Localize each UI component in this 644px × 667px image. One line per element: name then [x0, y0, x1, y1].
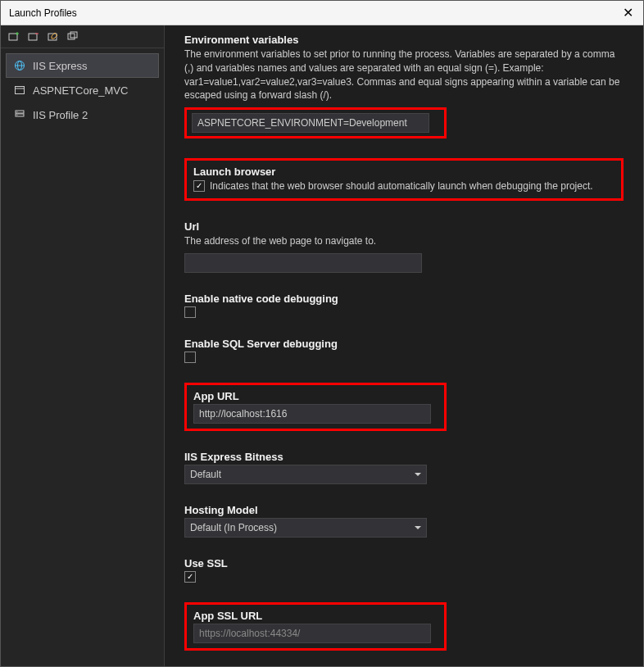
env-desc: The environment variables to set prior t… [184, 48, 624, 102]
launch-browser-desc: Indicates that the web browser should au… [210, 179, 593, 193]
highlight-env [184, 107, 447, 138]
chevron-down-icon [415, 473, 421, 476]
globe-icon [13, 59, 26, 72]
bitness-select[interactable]: Default [184, 465, 427, 484]
app-ssl-url-label: App SSL URL [193, 610, 438, 622]
setting-native-debug: Enable native code debugging [184, 293, 624, 318]
app-ssl-url-input[interactable] [193, 624, 431, 643]
setting-environment-variables: Environment variables The environment va… [184, 34, 624, 138]
sql-debug-label: Enable SQL Server debugging [184, 338, 624, 350]
app-url-label: App URL [193, 390, 438, 402]
settings-content[interactable]: Environment variables The environment va… [165, 25, 643, 666]
url-input[interactable] [184, 253, 422, 273]
window-icon [13, 84, 26, 97]
use-ssl-label: Use SSL [184, 557, 624, 569]
duplicate-profile-icon[interactable] [66, 30, 79, 43]
hosting-value: Default (In Process) [190, 522, 277, 533]
hosting-label: Hosting Model [184, 504, 624, 516]
svg-rect-11 [16, 87, 25, 94]
profile-list: IIS Express ASPNETCore_MVC IIS Profile 2 [1, 48, 164, 132]
setting-app-ssl-url: App SSL URL [184, 602, 624, 651]
svg-rect-6 [68, 34, 75, 39]
setting-url: Url The address of the web page to navig… [184, 220, 624, 273]
env-label: Environment variables [184, 34, 624, 46]
native-debug-checkbox[interactable] [184, 306, 196, 318]
setting-app-url: App URL [184, 383, 624, 431]
server-icon [13, 108, 26, 121]
svg-rect-0 [9, 34, 17, 40]
setting-use-ssl: Use SSL [184, 557, 624, 583]
profile-label: IIS Profile 2 [33, 109, 88, 121]
highlight-app-url: App URL [184, 383, 447, 431]
dialog-title: Launch Profiles [9, 7, 77, 19]
rename-profile-icon[interactable] [47, 30, 60, 43]
use-ssl-checkbox[interactable] [184, 571, 196, 583]
profile-item-iis-profile-2[interactable]: IIS Profile 2 [6, 102, 159, 127]
bitness-value: Default [190, 469, 221, 480]
hosting-select[interactable]: Default (In Process) [184, 518, 427, 538]
profile-label: ASPNETCore_MVC [33, 84, 128, 97]
svg-point-16 [17, 115, 18, 116]
setting-launch-browser: Launch browser Indicates that the web br… [184, 158, 624, 201]
launch-browser-row: Indicates that the web browser should au… [193, 179, 615, 193]
url-desc: The address of the web page to navigate … [184, 234, 624, 248]
url-label: Url [184, 220, 624, 233]
highlight-launch-browser: Launch browser Indicates that the web br… [184, 158, 624, 201]
env-input[interactable] [192, 113, 429, 133]
native-debug-label: Enable native code debugging [184, 293, 624, 305]
bitness-label: IIS Express Bitness [184, 451, 624, 463]
profile-item-iis-express[interactable]: IIS Express [6, 53, 159, 78]
profile-label: IIS Express [33, 60, 87, 72]
titlebar: Launch Profiles ✕ [1, 1, 643, 25]
svg-rect-3 [29, 34, 37, 40]
app-url-input[interactable] [193, 404, 431, 424]
setting-hosting-model: Hosting Model Default (In Process) [184, 504, 624, 538]
sql-debug-checkbox[interactable] [184, 352, 196, 363]
profile-item-aspnetcore-mvc[interactable]: ASPNETCore_MVC [6, 78, 159, 102]
sidebar: IIS Express ASPNETCore_MVC IIS Profile 2 [1, 25, 165, 666]
dialog-body: IIS Express ASPNETCore_MVC IIS Profile 2… [1, 25, 643, 666]
highlight-app-ssl-url: App SSL URL [184, 602, 447, 651]
launch-browser-checkbox[interactable] [193, 180, 205, 192]
chevron-down-icon [415, 526, 421, 529]
launch-browser-label: Launch browser [193, 166, 615, 178]
setting-sql-debug: Enable SQL Server debugging [184, 338, 624, 363]
delete-profile-icon[interactable] [27, 30, 40, 43]
profile-toolbar [1, 25, 164, 48]
close-icon[interactable]: ✕ [619, 5, 637, 20]
svg-point-15 [17, 111, 18, 112]
setting-bitness: IIS Express Bitness Default [184, 451, 624, 484]
svg-rect-7 [70, 32, 77, 38]
new-profile-icon[interactable] [7, 30, 20, 43]
